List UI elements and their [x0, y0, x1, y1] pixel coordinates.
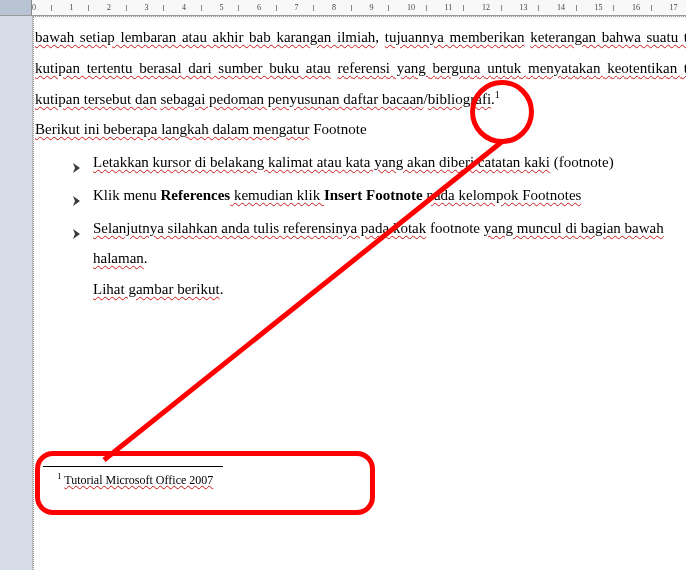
ruler-tick: 0	[32, 0, 36, 15]
ruler-tick: 8	[332, 0, 336, 15]
ruler-minor-tick	[313, 5, 314, 11]
ruler-tick: 14	[557, 0, 565, 15]
ruler-minor-tick	[201, 5, 202, 11]
ruler-minor-tick	[613, 5, 614, 11]
paragraph-steps-intro: Berikut ini beberapa langkah dalam menga…	[35, 114, 686, 145]
ruler-tick: 3	[145, 0, 149, 15]
ruler-tick: 16	[632, 0, 640, 15]
ruler-tick: 10	[407, 0, 415, 15]
ruler-minor-tick	[538, 5, 539, 11]
ruler-tick: 15	[595, 0, 603, 15]
document-page[interactable]: bawah setiap lembaran atau akhir bab kar…	[32, 16, 686, 570]
footnote-number: 1	[57, 471, 62, 481]
footnote-area[interactable]: 1 Tutorial Microsoft Office 2007	[37, 466, 686, 488]
ruler-minor-tick	[351, 5, 352, 11]
ruler-minor-tick	[51, 5, 52, 11]
footnote-reference-marker[interactable]: 1	[495, 89, 500, 100]
ruler-tick: 6	[257, 0, 261, 15]
ruler-minor-tick	[238, 5, 239, 11]
ruler-minor-tick	[388, 5, 389, 11]
ruler-tick: 12	[482, 0, 490, 15]
footnote-text[interactable]: 1 Tutorial Microsoft Office 2007	[37, 471, 686, 488]
ruler-tick: 13	[520, 0, 528, 15]
ruler-track: 01234567891011121314151617	[32, 0, 686, 15]
footnote-separator	[43, 466, 223, 467]
list-item: Klik menu References kemudian klik Inser…	[71, 180, 686, 211]
ruler-tick: 1	[70, 0, 74, 15]
ruler-tick: 11	[445, 0, 453, 15]
ruler-minor-tick	[126, 5, 127, 11]
ruler-minor-tick	[651, 5, 652, 11]
steps-list: Letakkan kursor di belakang kalimat atau…	[71, 147, 686, 305]
ruler-minor-tick	[501, 5, 502, 11]
ruler-minor-tick	[576, 5, 577, 11]
ruler-tick: 7	[295, 0, 299, 15]
ruler-minor-tick	[463, 5, 464, 11]
ruler-tick: 4	[182, 0, 186, 15]
ruler-tick: 17	[670, 0, 678, 15]
ruler-stub	[0, 0, 32, 15]
ruler-minor-tick	[276, 5, 277, 11]
list-item: Letakkan kursor di belakang kalimat atau…	[71, 147, 686, 178]
paragraph-intro: bawah setiap lembaran atau akhir bab kar…	[35, 22, 686, 114]
chevron-icon	[71, 220, 83, 251]
ruler-tick: 2	[107, 0, 111, 15]
ruler-tick: 9	[370, 0, 374, 15]
ruler-minor-tick	[426, 5, 427, 11]
ruler-tick: 5	[220, 0, 224, 15]
ruler-minor-tick	[163, 5, 164, 11]
document-body[interactable]: bawah setiap lembaran atau akhir bab kar…	[33, 20, 686, 305]
ruler-minor-tick	[88, 5, 89, 11]
list-item: Selanjutnya silahkan anda tulis referens…	[71, 213, 686, 305]
horizontal-ruler: 01234567891011121314151617	[0, 0, 686, 16]
